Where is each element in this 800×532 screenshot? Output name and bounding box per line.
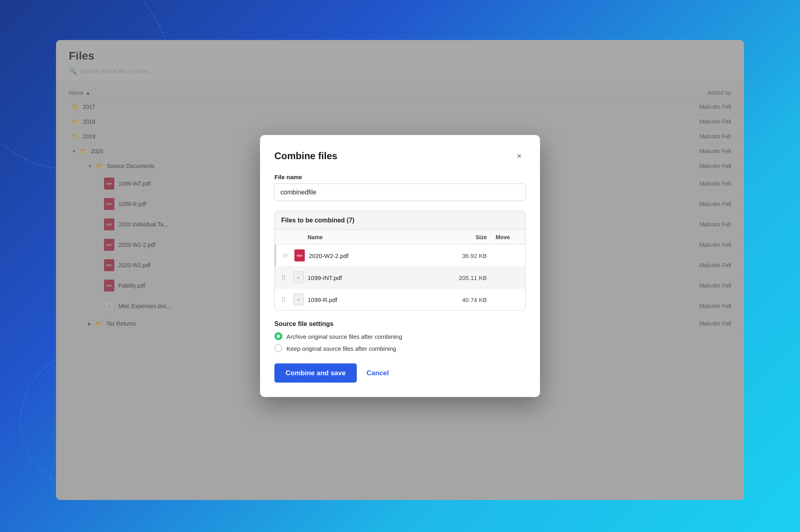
file-type-icon: ≡ <box>293 294 308 306</box>
col-size-header: Size <box>443 234 487 240</box>
drag-handle[interactable]: ⠿ <box>281 296 293 303</box>
col-drag-header <box>281 234 293 240</box>
cancel-button[interactable]: Cancel <box>363 364 392 383</box>
radio-keep[interactable]: Keep original source files after combini… <box>274 344 526 352</box>
file-name-input[interactable] <box>274 184 526 201</box>
modal-header: Combine files × <box>274 150 526 162</box>
files-table-title: Files to be combined (7) <box>275 211 525 230</box>
file-name-label: File name <box>274 174 526 180</box>
file-type-icon: PDF <box>294 250 309 262</box>
table-row: ⠿ ≡ 1099-R.pdf 40.74 KB <box>275 289 525 310</box>
files-table: Files to be combined (7) Name Size Move … <box>274 211 526 311</box>
doc-icon: ≡ <box>293 294 304 306</box>
modal-buttons: Combine and save Cancel <box>274 364 526 383</box>
col-name-header: Name <box>308 234 443 240</box>
files-table-col-headers: Name Size Move <box>275 230 525 245</box>
close-button[interactable]: × <box>513 150 526 162</box>
col-move-header: Move <box>487 234 519 240</box>
radio-button-unselected[interactable] <box>274 344 282 352</box>
drag-handle[interactable]: ⠿ <box>281 274 293 281</box>
col-icon-header <box>293 234 308 240</box>
file-size-cell: 36.92 KB <box>443 252 487 259</box>
radio-button-selected[interactable] <box>274 332 282 340</box>
radio-label-archive: Archive original source files after comb… <box>286 333 402 340</box>
combine-files-modal: Combine files × File name Files to be co… <box>260 135 540 397</box>
pdf-icon: PDF <box>294 250 305 262</box>
modal-title: Combine files <box>274 150 337 162</box>
file-size-cell: 40.74 KB <box>443 296 487 303</box>
doc-icon: ≡ <box>293 272 304 284</box>
source-settings-section: Source file settings Archive original so… <box>274 320 526 352</box>
file-name-cell: 1099-R.pdf <box>308 296 443 303</box>
drag-handle[interactable]: ☞ <box>282 251 294 260</box>
radio-archive[interactable]: Archive original source files after comb… <box>274 332 526 340</box>
file-type-icon: ≡ <box>293 272 308 284</box>
combine-and-save-button[interactable]: Combine and save <box>274 364 357 383</box>
source-settings-title: Source file settings <box>274 320 526 328</box>
table-row: ⠿ ≡ 1099-INT.pdf 205.11 KB <box>275 267 525 289</box>
file-size-cell: 205.11 KB <box>443 274 487 281</box>
radio-label-keep: Keep original source files after combini… <box>286 345 396 352</box>
table-row: ☞ PDF 2020-W2-2.pdf 36.92 KB <box>275 245 525 267</box>
file-name-cell: 2020-W2-2.pdf <box>309 252 443 259</box>
file-name-cell: 1099-INT.pdf <box>308 274 443 281</box>
